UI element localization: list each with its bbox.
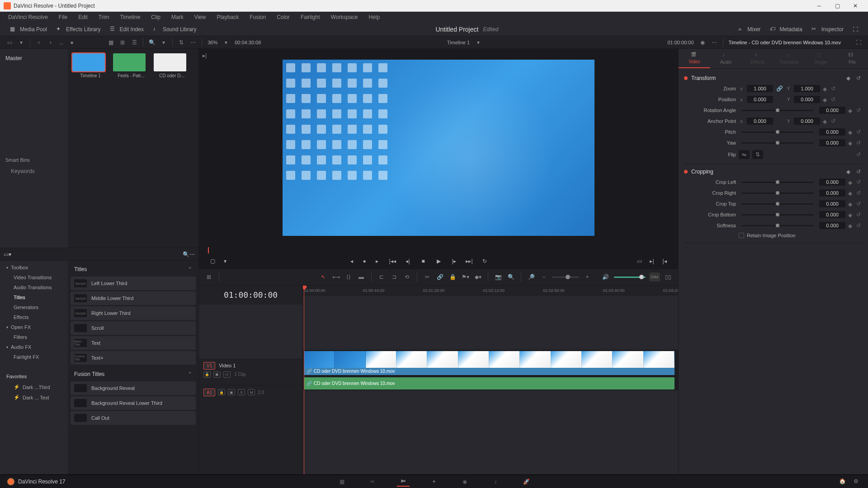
sound-library-toggle[interactable]: ♪Sound Library bbox=[148, 24, 201, 35]
list-view-icon[interactable]: ☰ bbox=[130, 38, 139, 47]
keyframe-icon[interactable]: ◆ bbox=[823, 118, 828, 124]
selection-tool-icon[interactable]: ↖ bbox=[319, 272, 328, 282]
keyframe-icon[interactable]: ◆ bbox=[848, 140, 854, 145]
expand-inspector-button[interactable]: ⛶ bbox=[848, 24, 863, 34]
crop-bottom-field[interactable]: 0.000 bbox=[819, 211, 845, 218]
fx-cat-effects[interactable]: Effects bbox=[0, 312, 68, 322]
fusion-call-out[interactable]: Call Out bbox=[71, 411, 196, 425]
flip-vertical-button[interactable]: ⇅ bbox=[752, 150, 763, 159]
reset-icon[interactable]: ↺ bbox=[856, 107, 863, 113]
v1-badge[interactable]: V1 bbox=[203, 362, 215, 370]
crop-left-field[interactable]: 0.000 bbox=[819, 178, 845, 186]
fx-fav-2[interactable]: ⚡ Dark ... Text bbox=[0, 392, 68, 403]
title-middle-lower-third[interactable]: SampleMiddle Lower Third bbox=[71, 291, 196, 305]
expand-viewer-icon[interactable]: ▸| bbox=[203, 52, 210, 60]
crop-bottom-slider[interactable] bbox=[741, 214, 814, 216]
edit-index-toggle[interactable]: ☰Edit Index bbox=[105, 24, 148, 35]
solo-button[interactable]: S bbox=[238, 389, 245, 395]
yaw-field[interactable]: 0.000 bbox=[819, 139, 845, 146]
viewer-scrubber[interactable] bbox=[208, 247, 669, 253]
overwrite-clip-icon[interactable]: ⊐ bbox=[390, 272, 399, 282]
inspector-tab-audio[interactable]: ♪Audio bbox=[710, 49, 742, 68]
keyframe-icon[interactable]: ◆ bbox=[823, 86, 828, 91]
first-frame-button[interactable]: |◂◂ bbox=[388, 257, 397, 266]
options-icon[interactable]: ⋯ bbox=[189, 38, 198, 47]
audio-track-lane[interactable]: 🔗CD oder DVD brennen Windows 10.mov bbox=[303, 376, 678, 390]
loop-button[interactable]: ↻ bbox=[480, 257, 489, 266]
reset-icon[interactable]: ↺ bbox=[856, 211, 863, 218]
fx-chevron-icon[interactable]: ▾ bbox=[9, 251, 11, 258]
nav-fwd-icon[interactable]: › bbox=[46, 38, 55, 47]
menu-fairlight[interactable]: Fairlight bbox=[296, 13, 325, 21]
menu-edit[interactable]: Edit bbox=[74, 13, 92, 21]
fx-cat-audiofx[interactable]: Audio FX bbox=[0, 342, 68, 352]
replace-clip-icon[interactable]: ⟲ bbox=[402, 272, 411, 282]
menu-fusion[interactable]: Fusion bbox=[245, 13, 270, 21]
zoom-detail-icon[interactable]: 🔎 bbox=[527, 272, 536, 282]
nav-back-icon[interactable]: ‹ bbox=[34, 38, 43, 47]
keyframe-icon[interactable]: ◆ bbox=[848, 223, 854, 228]
timeline-timecode[interactable]: 01:00:00:00 bbox=[199, 286, 302, 305]
pitch-slider[interactable] bbox=[741, 131, 814, 133]
title-left-lower-third[interactable]: SampleLeft Lower Third bbox=[71, 277, 196, 290]
fusion-bg-reveal-lower-third[interactable]: Background Reveal Lower Third bbox=[71, 396, 196, 410]
record-timecode[interactable]: 01:00:00:00 bbox=[667, 40, 693, 45]
blade-edit-icon[interactable]: ✂ bbox=[423, 272, 432, 282]
insert-clip-icon[interactable]: ⊏ bbox=[377, 272, 386, 282]
anchor-x-field[interactable]: 0.000 bbox=[747, 117, 773, 125]
track-auto-select-icon[interactable]: ▣ bbox=[213, 371, 221, 378]
zoom-x-field[interactable]: 1.000 bbox=[747, 85, 773, 92]
media-pool-toggle[interactable]: ▦Media Pool bbox=[5, 24, 52, 35]
reset-icon[interactable]: ↺ bbox=[856, 179, 863, 185]
reset-icon[interactable]: ↺ bbox=[856, 129, 863, 135]
mixer-toggle[interactable]: ⫨Mixer bbox=[733, 24, 765, 35]
fx-favorites-header[interactable]: Favorites bbox=[0, 371, 68, 382]
anchor-y-field[interactable]: 0.000 bbox=[794, 117, 820, 125]
breadcrumb-dots[interactable]: ... bbox=[59, 40, 63, 45]
audio-clip[interactable]: 🔗CD oder DVD brennen Windows 10.mov bbox=[304, 377, 675, 389]
fx-search-icon[interactable]: 🔍 bbox=[183, 251, 189, 258]
meters-icon[interactable]: ▯▯ bbox=[664, 272, 673, 282]
prev-edit-icon[interactable]: ◂ bbox=[347, 257, 356, 266]
minimize-button[interactable]: ─ bbox=[810, 0, 828, 11]
go-end-icon[interactable]: ▸| bbox=[647, 257, 656, 266]
audio-lock-icon[interactable]: 🔒 bbox=[218, 389, 225, 395]
edit-page-button[interactable]: ✄ bbox=[397, 477, 410, 487]
last-frame-button[interactable]: ▸▸| bbox=[465, 257, 474, 266]
fx-options-icon[interactable]: ⋯ bbox=[189, 251, 195, 258]
viewer-options-icon[interactable]: ⋯ bbox=[710, 38, 719, 47]
search-icon[interactable]: 🔍 bbox=[147, 38, 156, 47]
reset-icon[interactable]: ↺ bbox=[856, 140, 863, 146]
grid-view-icon[interactable]: ⊞ bbox=[118, 38, 127, 47]
reset-icon[interactable]: ↺ bbox=[831, 96, 837, 103]
zoom-slider[interactable] bbox=[552, 277, 579, 278]
reset-icon[interactable]: ↺ bbox=[856, 151, 863, 158]
video-track-lane[interactable]: 🔗CD oder DVD brennen Windows 10.mov bbox=[303, 350, 678, 376]
inspector-tab-effects[interactable]: ✦Effects bbox=[742, 49, 774, 68]
reset-icon[interactable]: ↺ bbox=[856, 75, 863, 81]
reset-icon[interactable]: ↺ bbox=[831, 118, 837, 124]
menu-file[interactable]: File bbox=[54, 13, 72, 21]
clip-thumb-feels[interactable]: Feels - Patr... bbox=[113, 53, 149, 78]
fx-cat-openfx[interactable]: Open FX bbox=[0, 322, 68, 332]
filter-chevron-icon[interactable]: ▾ bbox=[159, 38, 168, 47]
menu-trim[interactable]: Trim bbox=[94, 13, 114, 21]
mute-button[interactable]: M bbox=[248, 389, 255, 395]
deliver-page-button[interactable]: 🚀 bbox=[520, 477, 533, 487]
keyframe-icon[interactable]: ◆ bbox=[846, 169, 853, 175]
volume-slider[interactable] bbox=[614, 277, 646, 278]
play-button[interactable]: ▶ bbox=[434, 257, 443, 266]
menu-mark[interactable]: Mark bbox=[167, 13, 188, 21]
playhead-icon[interactable]: ● bbox=[360, 257, 369, 266]
audio-track-header[interactable]: A1 🔒 ▣ S M 2.0 bbox=[199, 385, 302, 399]
fusion-page-button[interactable]: ✦ bbox=[428, 477, 440, 487]
media-page-button[interactable]: ▦ bbox=[335, 477, 348, 487]
track-lock-icon[interactable]: 🔒 bbox=[203, 371, 211, 378]
dynamic-trim-icon[interactable]: ⟨⟩ bbox=[344, 272, 353, 282]
bin-view-icon[interactable]: ▭ bbox=[5, 38, 14, 47]
scrubber-playhead[interactable] bbox=[208, 247, 209, 253]
fx-cat-filters[interactable]: Filters bbox=[0, 332, 68, 342]
master-bin[interactable]: Master bbox=[0, 52, 68, 64]
title-text[interactable]: Basic TitleText bbox=[71, 336, 196, 350]
menu-playback[interactable]: Playback bbox=[212, 13, 243, 21]
